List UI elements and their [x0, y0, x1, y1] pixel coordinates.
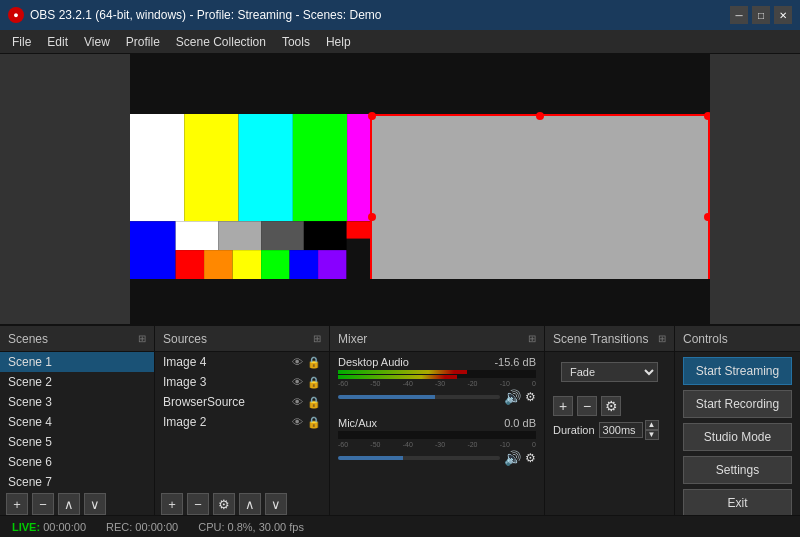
source-lock-icon[interactable]: 🔒 [307, 356, 321, 369]
scenes-panel: Scenes ⊞ Scene 1Scene 2Scene 3Scene 4Sce… [0, 326, 155, 519]
meter-ticks-2: -60-50-40-30-20-100 [338, 441, 536, 448]
sources-panel-header: Sources ⊞ [155, 326, 329, 352]
scene-item-1[interactable]: Scene 1 [0, 352, 154, 372]
duration-input[interactable] [599, 422, 643, 438]
scenes-down-button[interactable]: ∨ [84, 493, 106, 515]
sources-list: Image 4 👁 🔒 Image 3 👁 🔒 BrowserSource 👁 … [155, 352, 329, 432]
start-recording-button[interactable]: Start Recording [683, 390, 792, 418]
preview-area [0, 54, 800, 324]
transitions-label: Scene Transitions [553, 332, 648, 346]
menu-file[interactable]: File [4, 33, 39, 51]
menu-scene-collection[interactable]: Scene Collection [168, 33, 274, 51]
source-eye-icon[interactable]: 👁 [292, 416, 303, 429]
source-item-2[interactable]: Image 3 👁 🔒 [155, 372, 329, 392]
preview-left-dark [0, 54, 130, 324]
source-eye-icon[interactable]: 👁 [292, 356, 303, 369]
menu-tools[interactable]: Tools [274, 33, 318, 51]
scenes-remove-button[interactable]: − [32, 493, 54, 515]
scene-item-2[interactable]: Scene 2 [0, 372, 154, 392]
transition-controls: + − ⚙ [545, 396, 674, 416]
preview-top-dark [130, 54, 710, 114]
desktop-audio-slider[interactable] [338, 395, 500, 399]
controls-label: Controls [683, 332, 728, 346]
scenes-list: Scene 1Scene 2Scene 3Scene 4Scene 5Scene… [0, 352, 154, 489]
mic-aux-slider[interactable] [338, 456, 500, 460]
sources-label: Sources [163, 332, 207, 346]
duration-up-arrow[interactable]: ▲ [645, 420, 659, 430]
source-eye-icon[interactable]: 👁 [292, 376, 303, 389]
title-text: OBS 23.2.1 (64-bit, windows) - Profile: … [30, 8, 381, 22]
desktop-audio-label: Desktop Audio [338, 356, 409, 368]
minimize-button[interactable]: ─ [730, 6, 748, 24]
scene-item-3[interactable]: Scene 3 [0, 392, 154, 412]
scenes-lock-icon[interactable]: ⊞ [138, 333, 146, 344]
obs-icon: ● [8, 7, 24, 23]
start-streaming-button[interactable]: Start Streaming [683, 357, 792, 385]
desktop-audio-controls: 🔊 ⚙ [338, 389, 536, 405]
transition-remove-button[interactable]: − [577, 396, 597, 416]
mixer-lock-icon[interactable]: ⊞ [528, 333, 536, 344]
scene-item-6[interactable]: Scene 6 [0, 452, 154, 472]
sources-add-button[interactable]: + [161, 493, 183, 515]
scenes-up-button[interactable]: ∧ [58, 493, 80, 515]
mixer-mic-aux: Mic/Aux 0.0 dB -60-50-40-30-20-100 🔊 ⚙ [330, 413, 544, 470]
close-button[interactable]: ✕ [774, 6, 792, 24]
maximize-button[interactable]: □ [752, 6, 770, 24]
sources-lock-icon[interactable]: ⊞ [313, 333, 321, 344]
mic-aux-gear[interactable]: ⚙ [525, 451, 536, 465]
settings-button[interactable]: Settings [683, 456, 792, 484]
status-rec: REC: 00:00:00 [106, 521, 178, 533]
transitions-panel: Scene Transitions ⊞ Fade Cut Swipe Slide… [545, 326, 675, 519]
source-lock-icon[interactable]: 🔒 [307, 376, 321, 389]
duration-spinbox: ▲ ▼ [645, 420, 659, 440]
sources-settings-button[interactable]: ⚙ [213, 493, 235, 515]
menu-profile[interactable]: Profile [118, 33, 168, 51]
scene-item-7[interactable]: Scene 7 [0, 472, 154, 489]
source-eye-icon[interactable]: 👁 [292, 396, 303, 409]
scene-item-4[interactable]: Scene 4 [0, 412, 154, 432]
status-live: LIVE: 00:00:00 [12, 521, 86, 533]
menu-edit[interactable]: Edit [39, 33, 76, 51]
mic-aux-mute[interactable]: 🔊 [504, 450, 521, 466]
desktop-audio-bar1 [338, 370, 467, 374]
transitions-panel-header: Scene Transitions ⊞ [545, 326, 674, 352]
menu-bar: File Edit View Profile Scene Collection … [0, 30, 800, 54]
scenes-add-button[interactable]: + [6, 493, 28, 515]
source-item-3[interactable]: BrowserSource 👁 🔒 [155, 392, 329, 412]
studio-mode-button[interactable]: Studio Mode [683, 423, 792, 451]
sources-remove-button[interactable]: − [187, 493, 209, 515]
mixer-panel-header: Mixer ⊞ [330, 326, 544, 352]
transitions-lock-icon[interactable]: ⊞ [658, 333, 666, 344]
rec-time: 00:00:00 [135, 521, 178, 533]
controls-panel-header: Controls [675, 326, 800, 352]
rec-label: REC: [106, 521, 132, 533]
mixer-label: Mixer [338, 332, 367, 346]
sources-panel: Sources ⊞ Image 4 👁 🔒 Image 3 👁 🔒 Browse… [155, 326, 330, 519]
source-lock-icon[interactable]: 🔒 [307, 416, 321, 429]
source-item-4[interactable]: Image 2 👁 🔒 [155, 412, 329, 432]
meter-ticks-1: -60-50-40-30-20-100 [338, 380, 536, 387]
transition-type-select[interactable]: Fade Cut Swipe Slide [561, 362, 658, 382]
title-bar-left: ● OBS 23.2.1 (64-bit, windows) - Profile… [8, 7, 381, 23]
duration-label: Duration [553, 424, 595, 436]
desktop-audio-bar2 [338, 375, 457, 379]
status-bar: LIVE: 00:00:00 REC: 00:00:00 CPU: 0.8%, … [0, 515, 800, 537]
scene-item-5[interactable]: Scene 5 [0, 432, 154, 452]
scenes-label: Scenes [8, 332, 48, 346]
source-item-1[interactable]: Image 4 👁 🔒 [155, 352, 329, 372]
exit-button[interactable]: Exit [683, 489, 792, 517]
desktop-audio-mute[interactable]: 🔊 [504, 389, 521, 405]
sources-down-button[interactable]: ∨ [265, 493, 287, 515]
desktop-audio-gear[interactable]: ⚙ [525, 390, 536, 404]
menu-view[interactable]: View [76, 33, 118, 51]
transition-add-button[interactable]: + [553, 396, 573, 416]
mic-aux-controls: 🔊 ⚙ [338, 450, 536, 466]
transition-settings-button[interactable]: ⚙ [601, 396, 621, 416]
menu-help[interactable]: Help [318, 33, 359, 51]
title-bar: ● OBS 23.2.1 (64-bit, windows) - Profile… [0, 0, 800, 30]
desktop-audio-meter [338, 370, 536, 378]
duration-down-arrow[interactable]: ▼ [645, 430, 659, 440]
source-lock-icon[interactable]: 🔒 [307, 396, 321, 409]
preview-bottom-dark [130, 279, 710, 324]
sources-up-button[interactable]: ∧ [239, 493, 261, 515]
